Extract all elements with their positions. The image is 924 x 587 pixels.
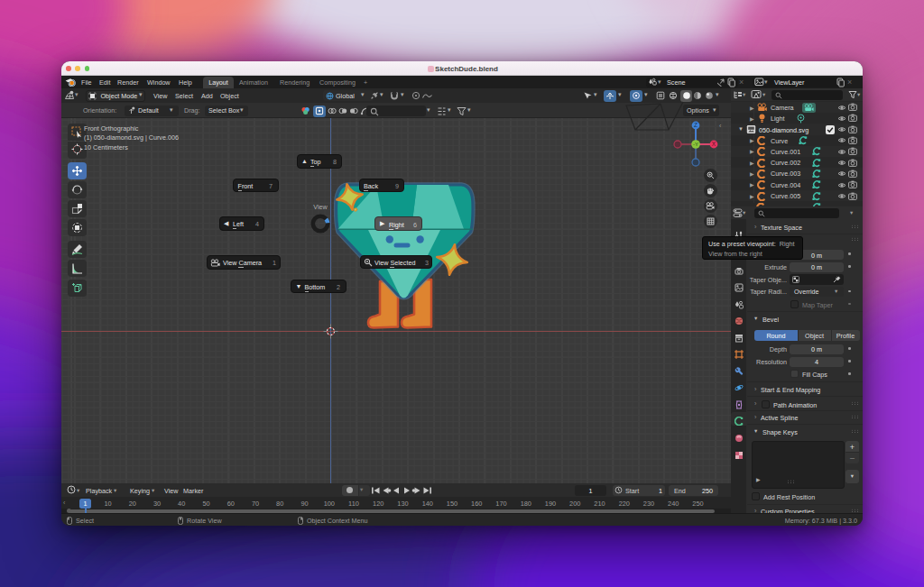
svg-text:-Y: -Y [693, 142, 698, 147]
svg-text:X: X [712, 141, 716, 147]
svg-text:Z: Z [694, 122, 698, 128]
